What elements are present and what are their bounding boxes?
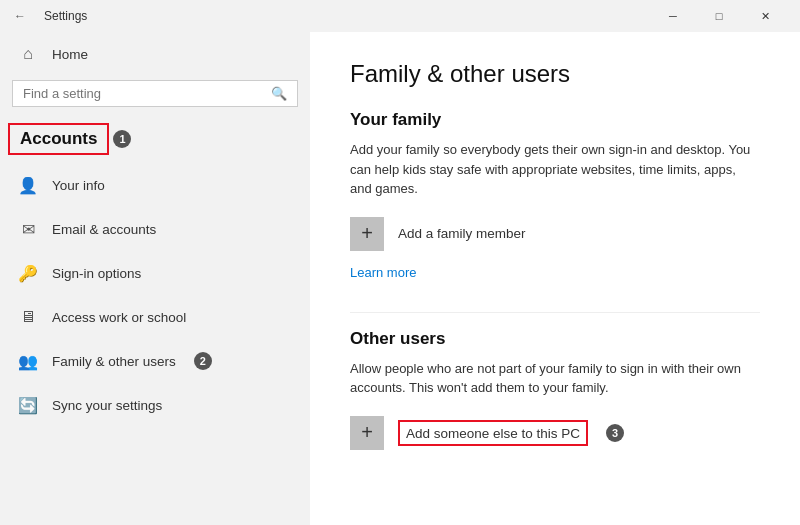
email-accounts-icon: ✉ (18, 219, 38, 239)
sidebar-item-sign-in[interactable]: 🔑Sign-in options (0, 251, 310, 295)
back-button[interactable]: ← (12, 8, 28, 24)
search-icon[interactable]: 🔍 (271, 86, 287, 101)
sidebar-item-label-sync-settings: Sync your settings (52, 398, 162, 413)
close-button[interactable]: ✕ (742, 0, 788, 32)
app-body: ⌂ Home 🔍 Accounts 1 👤Your info✉Email & a… (0, 32, 800, 525)
add-pc-label: Add someone else to this PC (406, 426, 580, 441)
other-users-desc: Allow people who are not part of your fa… (350, 359, 760, 398)
your-family-section: Your family Add your family so everybody… (350, 110, 760, 308)
other-users-title: Other users (350, 329, 760, 349)
accounts-annotation: 1 (113, 130, 131, 148)
nav-items: 👤Your info✉Email & accounts🔑Sign-in opti… (0, 163, 310, 427)
titlebar-nav: ← Settings (12, 8, 650, 24)
page-title: Family & other users (350, 60, 760, 88)
titlebar-title: Settings (44, 9, 87, 23)
other-users-section: Other users Allow people who are not par… (350, 329, 760, 450)
home-icon: ⌂ (18, 44, 38, 64)
family-users-icon: 👥 (18, 351, 38, 371)
sidebar-item-access-work[interactable]: 🖥Access work or school (0, 295, 310, 339)
search-box: 🔍 (12, 80, 298, 107)
sidebar-item-label-email-accounts: Email & accounts (52, 222, 156, 237)
add-family-label: Add a family member (398, 226, 526, 241)
main-panel: Family & other users Your family Add you… (310, 32, 800, 525)
add-pc-row: + Add someone else to this PC 3 (350, 416, 760, 450)
add-pc-label-box: Add someone else to this PC (398, 420, 588, 446)
sidebar-item-label-sign-in: Sign-in options (52, 266, 141, 281)
sidebar-item-your-info[interactable]: 👤Your info (0, 163, 310, 207)
your-family-desc: Add your family so everybody gets their … (350, 140, 760, 199)
accounts-section-header: Accounts 1 (8, 123, 302, 155)
titlebar: ← Settings ─ □ ✕ (0, 0, 800, 32)
sidebar-item-label-family-users: Family & other users (52, 354, 176, 369)
learn-more-link[interactable]: Learn more (350, 265, 416, 280)
sidebar-item-sync-settings[interactable]: 🔄Sync your settings (0, 383, 310, 427)
your-info-icon: 👤 (18, 175, 38, 195)
your-family-title: Your family (350, 110, 760, 130)
add-family-row: + Add a family member (350, 217, 760, 251)
home-label: Home (52, 47, 88, 62)
section-divider (350, 312, 760, 313)
add-pc-annotation: 3 (606, 424, 624, 442)
add-family-button[interactable]: + (350, 217, 384, 251)
back-icon: ← (14, 9, 26, 23)
family-users-annotation: 2 (194, 352, 212, 370)
sidebar-item-family-users[interactable]: 👥Family & other users2 (0, 339, 310, 383)
sign-in-icon: 🔑 (18, 263, 38, 283)
sidebar-item-label-access-work: Access work or school (52, 310, 186, 325)
accounts-label: Accounts (8, 123, 109, 155)
minimize-button[interactable]: ─ (650, 0, 696, 32)
maximize-button[interactable]: □ (696, 0, 742, 32)
search-input[interactable] (23, 86, 271, 101)
sync-settings-icon: 🔄 (18, 395, 38, 415)
titlebar-controls: ─ □ ✕ (650, 0, 788, 32)
add-pc-button[interactable]: + (350, 416, 384, 450)
sidebar-item-label-your-info: Your info (52, 178, 105, 193)
sidebar-item-home[interactable]: ⌂ Home (0, 32, 310, 76)
sidebar: ⌂ Home 🔍 Accounts 1 👤Your info✉Email & a… (0, 32, 310, 525)
access-work-icon: 🖥 (18, 307, 38, 327)
sidebar-item-email-accounts[interactable]: ✉Email & accounts (0, 207, 310, 251)
